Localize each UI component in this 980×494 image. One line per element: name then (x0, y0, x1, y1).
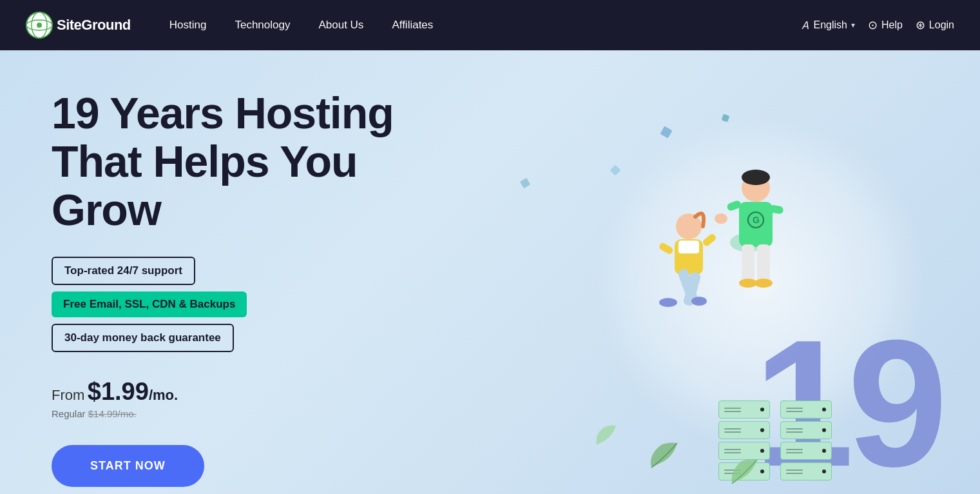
login-label: Login (929, 19, 954, 31)
leaf-decoration-2 (729, 455, 761, 487)
server-unit (780, 462, 832, 480)
svg-point-6 (742, 170, 770, 185)
confetti-4 (520, 178, 530, 188)
login-link[interactable]: ⊛ Login (916, 18, 954, 32)
svg-rect-11 (757, 244, 770, 283)
user-icon: ⊛ (916, 18, 925, 32)
hero-title: 19 Years Hosting That Helps You Grow (52, 89, 451, 233)
help-icon: ⊙ (868, 18, 878, 32)
svg-point-17 (676, 213, 702, 239)
server-unit (718, 421, 770, 439)
svg-point-16 (715, 213, 727, 224)
svg-rect-19 (678, 241, 699, 253)
pricing: From $1.99/mo. Regular $14.99/mo. (52, 378, 451, 419)
svg-point-13 (754, 279, 773, 288)
nav-hosting[interactable]: Hosting (157, 14, 220, 37)
confetti-1 (660, 126, 672, 138)
svg-rect-10 (742, 244, 754, 283)
language-icon: 𝘈 (802, 19, 809, 32)
language-selector[interactable]: 𝘈 English ▾ (802, 19, 854, 32)
svg-point-3 (37, 23, 42, 28)
svg-rect-24 (658, 242, 675, 255)
svg-point-12 (739, 279, 757, 288)
badge-support: Top-rated 24/7 support (52, 257, 195, 285)
server-unit (780, 442, 832, 460)
server-unit (780, 421, 832, 439)
badge-guarantee: 30-day money back guarantee (52, 324, 234, 352)
logo-text: SiteGround (57, 17, 131, 34)
hero-illustration: G (600, 143, 819, 371)
svg-text:G: G (753, 215, 760, 225)
main-nav: SiteGround Hosting Technology About Us A… (0, 0, 980, 50)
per-mo: /mo. (149, 387, 178, 403)
nav-technology[interactable]: Technology (222, 14, 303, 37)
nav-links: Hosting Technology About Us Affiliates (157, 14, 803, 37)
svg-rect-25 (702, 233, 717, 248)
hero-section: 19 Years Hosting That Helps You Grow Top… (0, 50, 980, 494)
nav-about-us[interactable]: About Us (305, 14, 376, 37)
leaf-decoration-3 (593, 422, 619, 448)
badges-list: Top-rated 24/7 support Free Email, SSL, … (52, 257, 451, 352)
start-now-button[interactable]: START NOW (52, 445, 204, 487)
nav-right: 𝘈 English ▾ ⊙ Help ⊛ Login (802, 18, 954, 32)
from-label: From (52, 387, 84, 403)
chevron-down-icon: ▾ (851, 21, 855, 30)
hero-content: 19 Years Hosting That Helps You Grow Top… (52, 89, 451, 487)
help-link[interactable]: ⊙ Help (868, 18, 903, 32)
price-value: $1.99 (88, 378, 149, 405)
badge-features: Free Email, SSL, CDN & Backups (52, 291, 247, 317)
regular-price: Regular $14.99/mo. (52, 408, 451, 419)
language-label: English (813, 19, 847, 31)
price-row: From $1.99/mo. (52, 378, 451, 406)
server-stack-2 (780, 400, 832, 480)
svg-point-23 (691, 297, 707, 306)
server-unit (780, 400, 832, 419)
svg-point-22 (659, 298, 677, 307)
nav-affiliates[interactable]: Affiliates (379, 14, 446, 37)
leaf-decoration-1 (645, 435, 684, 474)
server-unit (718, 400, 770, 419)
logo-link[interactable]: SiteGround (26, 12, 131, 39)
help-label: Help (881, 19, 903, 31)
